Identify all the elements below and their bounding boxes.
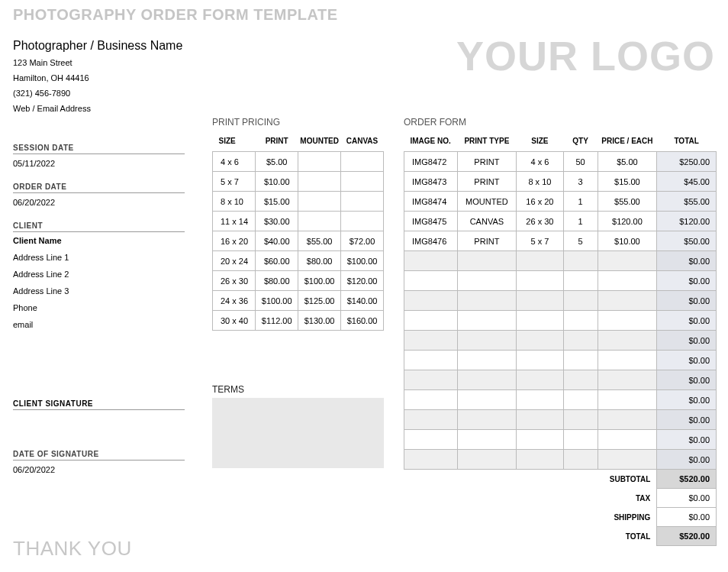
order-row: IMG8472PRINT4 x 650$5.00$250.00 — [404, 152, 717, 172]
summary-value: $0.00 — [657, 489, 717, 508]
order-cell: $45.00 — [657, 172, 717, 192]
pricing-header: SIZE — [213, 132, 256, 152]
pricing-cell: $55.00 — [298, 231, 341, 251]
pricing-cell: $100.00 — [298, 271, 341, 291]
order-header: TOTAL — [657, 132, 717, 152]
business-phone: (321) 456-7890 — [13, 86, 182, 101]
summary-row: SUBTOTAL$520.00 — [404, 470, 717, 489]
order-cell — [517, 291, 563, 311]
order-cell: $50.00 — [657, 231, 717, 251]
order-cell — [517, 271, 563, 291]
pricing-cell: 16 x 20 — [213, 231, 256, 251]
order-table: IMAGE NO.PRINT TYPESIZEQTYPRICE / EACHTO… — [404, 132, 717, 546]
pricing-row: 5 x 7$10.00 — [213, 172, 384, 192]
client-name: Client Name — [13, 232, 185, 249]
pricing-cell: 5 x 7 — [213, 172, 256, 192]
summary-label: TAX — [598, 489, 657, 508]
order-cell — [457, 271, 517, 291]
order-row: $0.00 — [404, 291, 717, 311]
terms-label: TERMS — [212, 384, 384, 398]
order-cell — [598, 291, 657, 311]
order-cell: $15.00 — [598, 172, 657, 192]
order-cell — [404, 351, 458, 370]
terms-box[interactable] — [212, 398, 384, 468]
pricing-cell — [341, 212, 384, 231]
order-row: $0.00 — [404, 271, 717, 291]
order-cell — [563, 370, 598, 390]
pricing-cell — [298, 172, 341, 192]
client-signature-box[interactable] — [13, 410, 185, 444]
order-cell — [598, 390, 657, 410]
pricing-cell: $10.00 — [256, 172, 298, 192]
order-cell: $0.00 — [657, 450, 717, 470]
date-signature-label: DATE OF SIGNATURE — [13, 448, 185, 461]
pricing-row: 20 x 24$60.00$80.00$100.00 — [213, 251, 384, 271]
pricing-row: 16 x 20$40.00$55.00$72.00 — [213, 231, 384, 251]
pricing-cell: 26 x 30 — [213, 271, 256, 291]
order-cell: IMG8474 — [404, 192, 458, 212]
order-cell — [563, 311, 598, 331]
client-phone: Phone — [13, 299, 185, 316]
order-cell: $0.00 — [657, 271, 717, 291]
order-cell — [517, 331, 563, 351]
order-cell — [598, 430, 657, 450]
print-pricing-section: PRINT PRICING SIZEPRINTMOUNTEDCANVAS 4 x… — [212, 117, 384, 331]
pricing-cell: $125.00 — [298, 291, 341, 311]
pricing-cell: $160.00 — [341, 311, 384, 331]
order-row: IMG8473PRINT8 x 103$15.00$45.00 — [404, 172, 717, 192]
pricing-cell — [341, 172, 384, 192]
order-cell — [598, 271, 657, 291]
order-cell: 4 x 6 — [517, 152, 563, 172]
date-signature-value: 06/20/2022 — [13, 461, 185, 483]
business-address: 123 Main Street — [13, 55, 182, 70]
order-cell — [457, 370, 517, 390]
order-cell — [457, 390, 517, 410]
order-cell — [598, 331, 657, 351]
pricing-cell: $72.00 — [341, 231, 384, 251]
order-cell — [563, 291, 598, 311]
order-header: PRICE / EACH — [598, 132, 657, 152]
order-cell — [404, 410, 458, 430]
pricing-cell: $130.00 — [298, 311, 341, 331]
order-row: $0.00 — [404, 331, 717, 351]
order-row: $0.00 — [404, 430, 717, 450]
order-cell: PRINT — [457, 172, 517, 192]
pricing-cell — [341, 192, 384, 212]
order-cell: IMG8475 — [404, 212, 458, 231]
order-cell: $0.00 — [657, 390, 717, 410]
order-cell: IMG8476 — [404, 231, 458, 251]
pricing-cell: $100.00 — [341, 251, 384, 271]
order-cell: $0.00 — [657, 291, 717, 311]
pricing-header: CANVAS — [341, 132, 384, 152]
order-cell — [457, 251, 517, 271]
order-cell: $55.00 — [657, 192, 717, 212]
order-date-label: ORDER DATE — [13, 181, 185, 193]
print-pricing-title: PRINT PRICING — [212, 117, 384, 132]
order-cell: PRINT — [457, 152, 517, 172]
order-cell: IMG8472 — [404, 152, 458, 172]
pricing-row: 4 x 6$5.00 — [213, 152, 384, 172]
order-cell — [517, 311, 563, 331]
summary-label: SUBTOTAL — [598, 470, 657, 489]
pricing-row: 26 x 30$80.00$100.00$120.00 — [213, 271, 384, 291]
pricing-cell: $5.00 — [256, 152, 298, 172]
order-row: IMG8474MOUNTED16 x 201$55.00$55.00 — [404, 192, 717, 212]
order-cell: 5 — [563, 231, 598, 251]
order-date-value: 06/20/2022 — [13, 193, 185, 215]
left-column: SESSION DATE 05/11/2022 ORDER DATE 06/20… — [13, 137, 185, 483]
order-row: $0.00 — [404, 370, 717, 390]
summary-value: $520.00 — [657, 527, 717, 546]
order-cell — [404, 430, 458, 450]
order-cell: $0.00 — [657, 331, 717, 351]
order-cell: 50 — [563, 152, 598, 172]
business-web: Web / Email Address — [13, 101, 182, 116]
order-cell — [457, 351, 517, 370]
order-cell: IMG8473 — [404, 172, 458, 192]
order-cell — [563, 251, 598, 271]
order-cell — [598, 410, 657, 430]
summary-value: $0.00 — [657, 508, 717, 527]
business-city: Hamilton, OH 44416 — [13, 70, 182, 86]
client-email: email — [13, 316, 185, 333]
order-header: IMAGE NO. — [404, 132, 458, 152]
logo-placeholder: YOUR LOGO — [456, 32, 715, 79]
